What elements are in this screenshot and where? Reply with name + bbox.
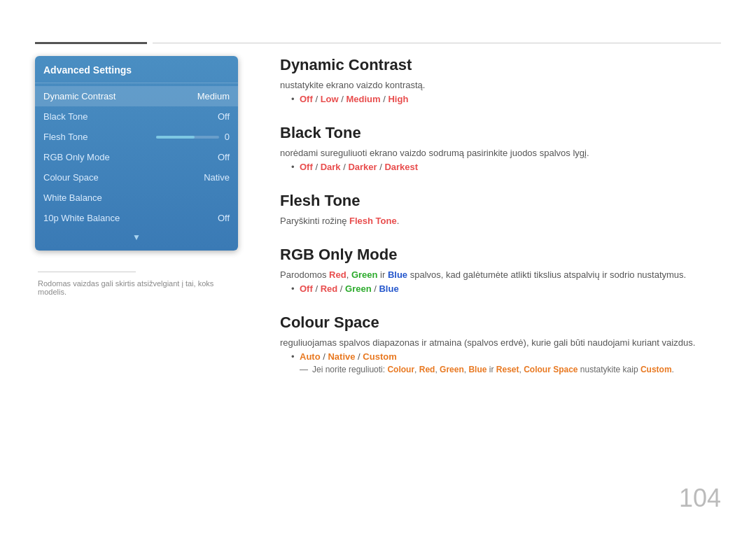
flesh-tone-title: Flesh Tone — [280, 192, 721, 210]
dynamic-contrast-options: Off / Low / Medium / High — [280, 94, 721, 104]
menu-item-dynamic-contrast-label: Dynamic Contrast — [43, 91, 115, 101]
opt-auto: Auto — [300, 351, 321, 362]
top-bar-accent — [35, 42, 147, 44]
top-bar-line — [153, 43, 721, 43]
menu-item-flesh-tone[interactable]: Flesh Tone 0 — [35, 127, 238, 147]
menu-item-rgb-only-mode-value: Off — [218, 152, 230, 162]
black-tone-title: Black Tone — [280, 124, 721, 142]
opt-medium: Medium — [346, 94, 380, 104]
left-note: Rodomas vaizdas gali skirtis atsižvelgia… — [35, 272, 238, 296]
opt-off-bt: Off — [300, 162, 313, 172]
menu-item-rgb-only-mode-label: RGB Only Mode — [43, 152, 110, 162]
desc-blue: Blue — [388, 269, 407, 280]
menu-item-colour-space-label: Colour Space — [43, 172, 99, 183]
flesh-tone-slider-fill — [156, 136, 195, 139]
rgb-only-mode-options: Off / Red / Green / Blue — [280, 283, 721, 294]
menu-item-10p-white-balance[interactable]: 10p White Balance Off — [35, 208, 238, 228]
left-note-text: Rodomas vaizdas gali skirtis atsižvelgia… — [38, 279, 235, 296]
menu-arrow: ▼ — [35, 228, 238, 245]
opt-blue: Blue — [379, 283, 398, 294]
flesh-tone-desc: Paryškinti rožinę Flesh Tone. — [280, 216, 721, 226]
menu-item-rgb-only-mode[interactable]: RGB Only Mode Off — [35, 147, 238, 167]
right-content: Dynamic Contrast nustatykite ekrano vaiz… — [280, 56, 721, 394]
opt-off-rgb: Off — [300, 283, 313, 294]
left-note-divider — [38, 272, 136, 272]
menu-item-10p-white-balance-value: Off — [218, 213, 230, 223]
menu-title: Advanced Settings — [35, 64, 238, 83]
desc-red: Red — [329, 269, 346, 280]
section-rgb-only-mode: RGB Only Mode Parodomos Red, Green ir Bl… — [280, 246, 721, 294]
subnote-green: Green — [440, 365, 464, 374]
flesh-tone-desc-text: Paryškinti rožinę — [280, 216, 349, 226]
rgb-option-list: Off / Red / Green / Blue — [291, 283, 721, 294]
menu-item-black-tone-value: Off — [218, 111, 230, 122]
opt-darkest: Darkest — [384, 162, 418, 172]
flesh-tone-slider-track[interactable] — [156, 136, 219, 139]
menu-item-10p-white-balance-label: 10p White Balance — [43, 213, 120, 223]
colour-space-option-list: Auto / Native / Custom — [291, 351, 721, 362]
subnote-red: Red — [419, 365, 435, 374]
colour-space-title: Colour Space — [280, 314, 721, 332]
subnote-blue: Blue — [468, 365, 486, 374]
opt-native: Native — [328, 351, 355, 362]
section-dynamic-contrast: Dynamic Contrast nustatykite ekrano vaiz… — [280, 56, 721, 104]
menu-item-black-tone-label: Black Tone — [43, 111, 88, 122]
opt-green: Green — [345, 283, 372, 294]
opt-off: Off — [300, 94, 313, 104]
menu-item-colour-space[interactable]: Colour Space Native — [35, 167, 238, 188]
top-bar — [35, 42, 721, 43]
section-colour-space: Colour Space reguliuojamas spalvos diapa… — [280, 314, 721, 374]
flesh-tone-slider-value: 0 — [225, 132, 230, 142]
subnote-reset: Reset — [496, 365, 519, 374]
dynamic-contrast-desc: nustatykite ekrano vaizdo kontrastą. — [280, 80, 721, 90]
menu-item-white-balance-label: White Balance — [43, 192, 102, 203]
black-tone-options: Off / Dark / Darker / Darkest — [280, 162, 721, 172]
opt-dark: Dark — [321, 162, 341, 172]
subnote-colour-space: Colour Space — [524, 365, 578, 374]
black-tone-option-list: Off / Dark / Darker / Darkest — [291, 162, 721, 172]
menu-box: Advanced Settings Dynamic Contrast Mediu… — [35, 56, 238, 251]
dynamic-contrast-title: Dynamic Contrast — [280, 56, 721, 74]
desc-green: Green — [351, 269, 378, 280]
opt-low: Low — [321, 94, 339, 104]
flesh-tone-highlight: Flesh Tone — [349, 216, 397, 226]
subnote-custom: Custom — [640, 365, 672, 374]
menu-item-white-balance[interactable]: White Balance — [35, 188, 238, 208]
dynamic-contrast-option-list: Off / Low / Medium / High — [291, 94, 721, 104]
menu-item-flesh-tone-label: Flesh Tone — [43, 132, 88, 142]
left-panel: Advanced Settings Dynamic Contrast Mediu… — [35, 56, 238, 296]
black-tone-desc: norėdami sureguliuoti ekrano vaizdo sodr… — [280, 148, 721, 158]
colour-space-options: Auto / Native / Custom — [280, 351, 721, 362]
menu-item-dynamic-contrast-value: Medium — [197, 91, 230, 101]
subnote-text: Jei norite reguliuoti: Colour, Red, Gree… — [312, 365, 674, 374]
flesh-tone-period: . — [397, 216, 400, 226]
flesh-tone-slider-area: 0 — [156, 132, 230, 142]
colour-space-desc: reguliuojamas spalvos diapazonas ir atma… — [280, 337, 721, 348]
opt-red: Red — [321, 283, 338, 294]
opt-high: High — [388, 94, 408, 104]
section-flesh-tone: Flesh Tone Paryškinti rožinę Flesh Tone. — [280, 192, 721, 226]
rgb-only-mode-title: RGB Only Mode — [280, 246, 721, 264]
page-number: 104 — [679, 484, 721, 513]
opt-darker: Darker — [348, 162, 377, 172]
rgb-only-mode-desc: Parodomos Red, Green ir Blue spalvos, ka… — [280, 269, 721, 280]
menu-item-dynamic-contrast[interactable]: Dynamic Contrast Medium — [35, 86, 238, 106]
menu-item-black-tone[interactable]: Black Tone Off — [35, 106, 238, 127]
colour-space-subnote: — Jei norite reguliuoti: Colour, Red, Gr… — [280, 365, 721, 374]
menu-item-colour-space-value: Native — [204, 172, 230, 183]
subnote-colour: Colour — [387, 365, 414, 374]
opt-custom: Custom — [363, 351, 396, 362]
section-black-tone: Black Tone norėdami sureguliuoti ekrano … — [280, 124, 721, 172]
